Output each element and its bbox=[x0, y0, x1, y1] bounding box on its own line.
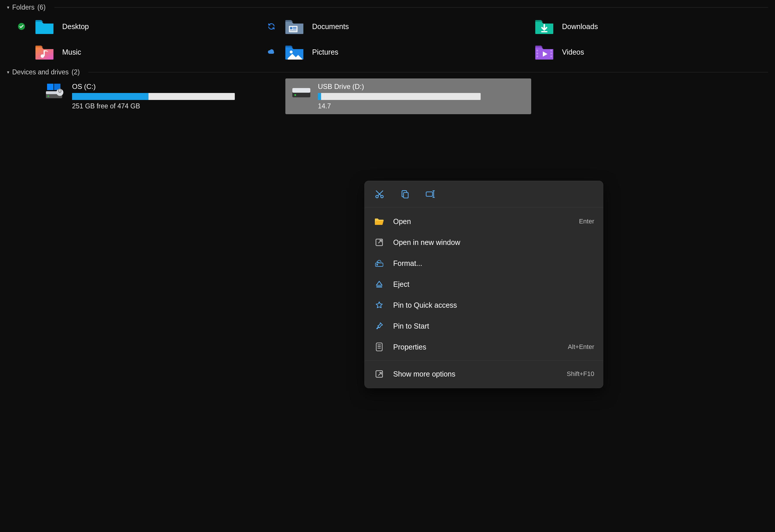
folder-label: Music bbox=[62, 48, 81, 56]
menu-open-new-window[interactable]: Open in new window bbox=[365, 232, 603, 253]
section-count: (2) bbox=[71, 68, 80, 76]
context-menu: Open Enter Open in new window Format... … bbox=[364, 181, 603, 388]
rename-icon[interactable] bbox=[425, 188, 437, 200]
cut-icon[interactable] bbox=[373, 188, 385, 200]
folder-desktop[interactable]: Desktop bbox=[10, 14, 260, 39]
properties-icon bbox=[373, 341, 385, 353]
svg-rect-24 bbox=[292, 88, 310, 93]
menu-accel: Shift+F10 bbox=[567, 370, 594, 378]
menu-label: Pin to Quick access bbox=[393, 301, 586, 309]
menu-pin-start[interactable]: Pin to Start bbox=[365, 316, 603, 336]
context-menu-list: Open Enter Open in new window Format... … bbox=[365, 207, 603, 388]
section-title: Folders bbox=[12, 3, 35, 11]
drive-free-text: 251 GB free of 474 GB bbox=[72, 102, 279, 110]
section-header-drives[interactable]: ▾ Devices and drives (2) bbox=[0, 65, 775, 78]
star-icon bbox=[373, 299, 385, 311]
status-synced-icon bbox=[16, 23, 27, 30]
folder-documents[interactable]: Documents bbox=[260, 14, 510, 39]
menu-separator bbox=[365, 360, 603, 361]
folder-label: Pictures bbox=[312, 48, 338, 56]
svg-point-9 bbox=[290, 51, 292, 53]
svg-rect-6 bbox=[541, 31, 548, 32]
svg-rect-29 bbox=[426, 192, 433, 196]
folder-label: Videos bbox=[562, 48, 584, 56]
drive-free-text: 14.7 bbox=[318, 102, 525, 110]
folder-videos[interactable]: Videos bbox=[510, 39, 760, 65]
menu-label: Properties bbox=[393, 343, 560, 351]
drive-icon bbox=[45, 83, 66, 100]
folder-label: Desktop bbox=[62, 22, 89, 31]
menu-label: Open bbox=[393, 217, 571, 226]
pictures-icon bbox=[284, 44, 304, 60]
status-sync-icon bbox=[266, 22, 277, 31]
drive-name: USB Drive (D:) bbox=[318, 83, 525, 91]
svg-rect-8 bbox=[44, 50, 45, 56]
folder-downloads[interactable]: Downloads bbox=[510, 14, 760, 39]
svg-rect-15 bbox=[550, 55, 552, 57]
pin-icon bbox=[373, 320, 385, 332]
menu-pin-quick-access[interactable]: Pin to Quick access bbox=[365, 295, 603, 316]
folder-label: Documents bbox=[312, 22, 349, 31]
menu-label: Eject bbox=[393, 280, 586, 289]
menu-eject[interactable]: Eject bbox=[365, 274, 603, 295]
svg-point-25 bbox=[294, 94, 296, 96]
status-cloud-icon bbox=[266, 49, 277, 55]
menu-properties[interactable]: Properties Alt+Enter bbox=[365, 336, 603, 357]
svg-rect-19 bbox=[47, 84, 53, 90]
svg-point-32 bbox=[376, 264, 378, 265]
drive-icon bbox=[291, 83, 311, 100]
menu-open[interactable]: Open Enter bbox=[365, 211, 603, 232]
svg-rect-3 bbox=[293, 27, 296, 28]
copy-icon[interactable] bbox=[399, 188, 411, 200]
svg-rect-13 bbox=[550, 50, 552, 51]
menu-label: Open in new window bbox=[393, 238, 586, 247]
svg-rect-12 bbox=[537, 55, 538, 57]
svg-rect-34 bbox=[376, 343, 382, 351]
videos-icon bbox=[534, 44, 555, 60]
new-window-icon bbox=[373, 237, 385, 248]
drive-capacity-bar bbox=[318, 93, 481, 100]
svg-rect-14 bbox=[550, 53, 552, 54]
svg-point-18 bbox=[48, 96, 49, 97]
chevron-down-icon: ▾ bbox=[7, 5, 9, 10]
folder-icon bbox=[34, 18, 55, 35]
section-rule bbox=[88, 72, 768, 72]
section-title: Devices and drives bbox=[12, 68, 69, 76]
menu-format[interactable]: Format... bbox=[365, 253, 603, 274]
section-rule bbox=[54, 7, 768, 8]
chevron-down-icon: ▾ bbox=[7, 69, 9, 75]
folder-music[interactable]: Music bbox=[10, 39, 260, 65]
section-count: (6) bbox=[37, 3, 46, 11]
menu-accel: Enter bbox=[579, 218, 594, 225]
svg-rect-5 bbox=[290, 30, 296, 31]
drives-grid: OS (C:) 251 GB free of 474 GB USB Drive … bbox=[29, 78, 775, 114]
folder-label: Downloads bbox=[562, 22, 598, 31]
eject-icon bbox=[373, 278, 385, 290]
menu-label: Format... bbox=[393, 259, 586, 268]
svg-rect-2 bbox=[290, 27, 292, 29]
drive-os-c[interactable]: OS (C:) 251 GB free of 474 GB bbox=[40, 78, 285, 114]
svg-rect-28 bbox=[404, 193, 408, 198]
menu-label: Pin to Start bbox=[393, 322, 586, 330]
menu-label: Show more options bbox=[393, 370, 559, 378]
more-options-icon bbox=[373, 368, 385, 380]
documents-icon bbox=[284, 18, 304, 35]
menu-more-options[interactable]: Show more options Shift+F10 bbox=[365, 363, 603, 384]
open-folder-icon bbox=[373, 216, 385, 227]
svg-rect-33 bbox=[376, 286, 382, 288]
format-icon bbox=[373, 257, 385, 269]
drive-usb-d[interactable]: USB Drive (D:) 14.7 bbox=[285, 78, 531, 114]
svg-rect-11 bbox=[537, 53, 538, 54]
drive-capacity-bar bbox=[72, 93, 235, 100]
svg-rect-10 bbox=[537, 50, 538, 51]
music-icon bbox=[34, 44, 55, 60]
section-header-folders[interactable]: ▾ Folders (6) bbox=[0, 0, 775, 14]
drive-name: OS (C:) bbox=[72, 83, 279, 91]
folders-grid: Desktop Documents Downloads Music Pi bbox=[0, 14, 775, 65]
menu-accel: Alt+Enter bbox=[568, 343, 594, 351]
context-menu-toolbar bbox=[365, 181, 603, 207]
svg-rect-4 bbox=[293, 28, 296, 29]
downloads-icon bbox=[534, 18, 555, 35]
folder-pictures[interactable]: Pictures bbox=[260, 39, 510, 65]
